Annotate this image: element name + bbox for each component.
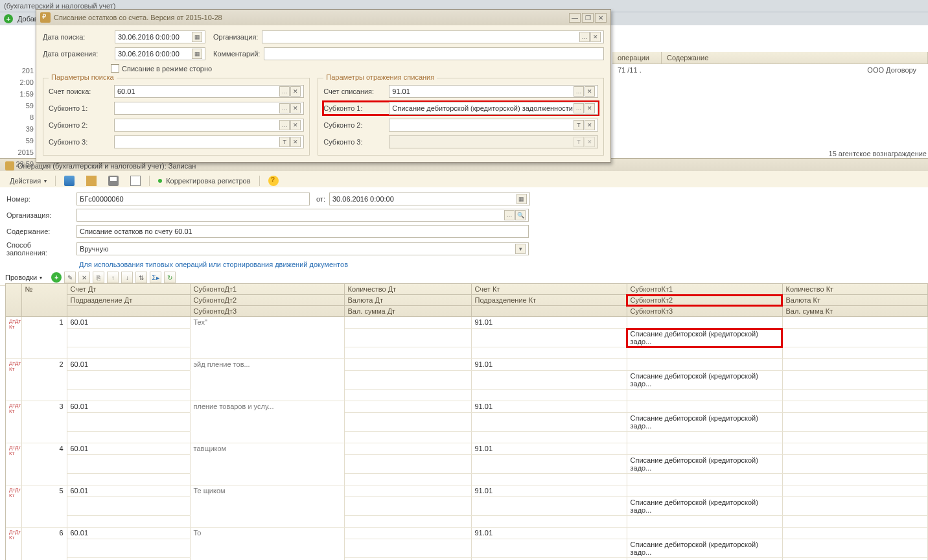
- col-qty-dt[interactable]: Количество Дт: [344, 284, 471, 295]
- help-button[interactable]: [264, 174, 283, 188]
- table-row[interactable]: ДтКт 2 60.01 эйд пление тов... 91.01: [6, 359, 928, 371]
- cell-subdt[interactable]: То: [190, 528, 344, 561]
- sub2-write-input[interactable]: T✕: [389, 119, 598, 132]
- cell-acct-kt[interactable]: 91.01: [471, 359, 627, 371]
- col-subdt1[interactable]: СубконтоДт1: [190, 284, 344, 295]
- close-button[interactable]: ✕: [595, 13, 607, 23]
- calendar-icon[interactable]: ▦: [192, 49, 202, 59]
- cell-acct-kt[interactable]: 91.01: [471, 443, 627, 455]
- cell-subdt[interactable]: эйд пление тов...: [190, 359, 344, 401]
- org-input-2[interactable]: … 🔍: [76, 209, 529, 222]
- calendar-icon[interactable]: ▦: [516, 194, 527, 204]
- col-val-kt[interactable]: Валюта Кт: [782, 295, 928, 306]
- cell-subkt2[interactable]: Списание дебиторской (кредиторской) задо…: [627, 497, 782, 516]
- cell-acct-kt[interactable]: 91.01: [471, 528, 627, 539]
- cell-acct-kt[interactable]: 91.01: [471, 485, 627, 497]
- cell-subkt2[interactable]: Списание дебиторской (кредиторской) задо…: [627, 455, 782, 474]
- number-input[interactable]: БГс00000060: [76, 192, 310, 205]
- add-entry-button[interactable]: +: [51, 272, 62, 283]
- table-row[interactable]: [6, 390, 928, 401]
- col-div-dt[interactable]: Подразделение Дт: [67, 295, 190, 306]
- cell-subkt2[interactable]: Списание дебиторской (кредиторской) задо…: [627, 413, 782, 432]
- cell-subdt[interactable]: Тех": [190, 317, 344, 359]
- sub3-input[interactable]: T✕: [114, 135, 304, 148]
- add-icon[interactable]: [4, 14, 15, 23]
- calendar-icon[interactable]: ▦: [192, 32, 202, 42]
- col-subdt3[interactable]: СубконтоДт3: [190, 306, 344, 317]
- from-date-input[interactable]: 30.06.2016 0:00:00 ▦: [329, 192, 530, 205]
- cell-subdt[interactable]: пление товаров и услу...: [190, 401, 344, 443]
- table-row[interactable]: [6, 474, 928, 485]
- table-row[interactable]: Списание дебиторской (кредиторской) задо…: [6, 371, 928, 390]
- table-row[interactable]: ДтКт 4 60.01 тавщиком 91.01: [6, 443, 928, 455]
- method-select[interactable]: Вручную ▾: [76, 242, 529, 255]
- dropdown-icon[interactable]: ▾: [515, 244, 526, 254]
- maximize-button[interactable]: ❐: [582, 13, 594, 23]
- col-subkt3[interactable]: СубконтоКт3: [627, 306, 782, 317]
- print-button[interactable]: [104, 174, 123, 188]
- lookup-icon[interactable]: …: [574, 86, 584, 97]
- acct-write-input[interactable]: 91.01 … ✕: [389, 85, 598, 98]
- cell-subkt2[interactable]: Списание дебиторской (кредиторской) задо…: [627, 539, 782, 558]
- cell-subdt[interactable]: тавщиком: [190, 443, 344, 485]
- col-qty-kt[interactable]: Количество Кт: [782, 284, 928, 295]
- lookup-icon[interactable]: …: [279, 86, 290, 97]
- actions-button[interactable]: Действия▾: [5, 175, 51, 187]
- doc-button[interactable]: [126, 174, 145, 188]
- search-icon[interactable]: 🔍: [515, 210, 526, 220]
- sub1-write-input[interactable]: Списание дебиторской (кредиторской) задо…: [389, 102, 598, 115]
- table-row[interactable]: Списание дебиторской (кредиторской) задо…: [6, 455, 928, 474]
- cell-acct-kt[interactable]: 91.01: [471, 401, 627, 413]
- table-row[interactable]: Списание дебиторской (кредиторской) задо…: [6, 539, 928, 558]
- dialog-titlebar[interactable]: Списание остатков со счета. Версия от 20…: [36, 10, 610, 25]
- comment-input[interactable]: [264, 47, 604, 60]
- cell-subdt[interactable]: Те щиком: [190, 485, 344, 528]
- tb-btn-2[interactable]: ✕: [78, 272, 90, 283]
- col-acct-kt[interactable]: Счет Кт: [471, 284, 627, 295]
- clear-icon[interactable]: ✕: [585, 86, 595, 97]
- col-valsum-kt[interactable]: Вал. сумма Кт: [782, 306, 928, 317]
- search-date-input[interactable]: 30.06.2016 0:00:00 ▦: [115, 30, 205, 43]
- cell-subkt2-highlighted[interactable]: Списание дебиторской (кредиторской) задо…: [627, 329, 782, 347]
- cell-acct-kt[interactable]: 91.01: [471, 317, 627, 329]
- org-input[interactable]: … ✕: [262, 30, 604, 43]
- cell-acct-dt[interactable]: 60.01: [67, 485, 190, 497]
- cell-acct-dt[interactable]: 60.01: [67, 317, 190, 329]
- clear-icon[interactable]: ✕: [590, 32, 601, 42]
- tb-btn-sort1[interactable]: ⇅: [135, 272, 147, 283]
- tb-btn-3[interactable]: ⎘: [93, 272, 104, 283]
- lookup-icon[interactable]: …: [574, 103, 584, 113]
- reflect-date-input[interactable]: 30.06.2016 0:00:00 ▦: [115, 47, 205, 60]
- col-subkt2-highlighted[interactable]: СубконтоКт2: [627, 295, 782, 306]
- tb-btn-sum[interactable]: Σ▸: [150, 272, 161, 283]
- sub2-input[interactable]: …✕: [114, 119, 304, 132]
- tb-button-2[interactable]: [82, 174, 101, 188]
- col-subdt2[interactable]: СубконтоДт2: [190, 295, 344, 306]
- col-n[interactable]: №: [21, 284, 67, 317]
- table-row[interactable]: [6, 516, 928, 528]
- table-row[interactable]: [6, 347, 928, 359]
- col-div-kt[interactable]: Подразделение Кт: [471, 295, 627, 306]
- cell-subkt2[interactable]: Списание дебиторской (кредиторской) задо…: [627, 371, 782, 390]
- table-row[interactable]: [6, 432, 928, 443]
- storno-checkbox[interactable]: [111, 64, 119, 73]
- table-row[interactable]: ДтКт 1 60.01 Тех" 91.01: [6, 317, 928, 329]
- clear-icon[interactable]: ✕: [290, 86, 301, 97]
- minimize-button[interactable]: —: [569, 13, 581, 23]
- table-row[interactable]: ДтКт 3 60.01 пление товаров и услу... 91…: [6, 401, 928, 413]
- sub1-input[interactable]: …✕: [114, 102, 304, 115]
- lookup-icon[interactable]: …: [504, 210, 515, 220]
- cell-acct-dt[interactable]: 60.01: [67, 443, 190, 455]
- tb-btn-down[interactable]: ↓: [121, 272, 133, 283]
- korrekt-button[interactable]: Корректировка регистров: [154, 175, 255, 187]
- content-input[interactable]: Списание остатков по счету 60.01: [76, 225, 529, 238]
- col-valsum-dt[interactable]: Вал. сумма Дт: [344, 306, 471, 317]
- col-subkt1[interactable]: СубконтоКт1: [627, 284, 782, 295]
- tb-btn-up[interactable]: ↑: [107, 272, 119, 283]
- col-acct-dt[interactable]: Счет Дт: [67, 284, 190, 295]
- table-row[interactable]: ДтКт 6 60.01 То 91.01: [6, 528, 928, 539]
- table-row[interactable]: ДтКт 5 60.01 Те щиком 91.01: [6, 485, 928, 497]
- table-row[interactable]: Списание дебиторской (кредиторской) задо…: [6, 329, 928, 347]
- table-row[interactable]: Списание дебиторской (кредиторской) задо…: [6, 413, 928, 432]
- col-val-dt[interactable]: Валюта Дт: [344, 295, 471, 306]
